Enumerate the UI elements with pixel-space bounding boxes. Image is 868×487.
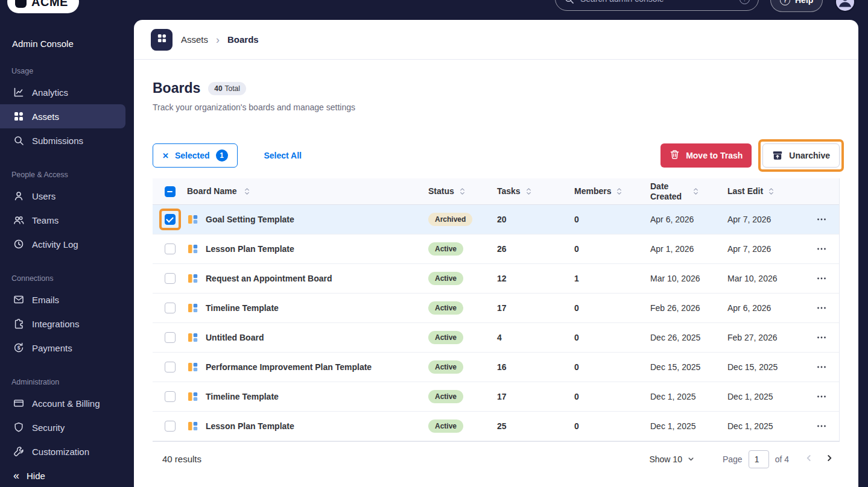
column-header-members[interactable]: Members <box>574 186 650 196</box>
avatar[interactable] <box>835 0 855 12</box>
sidebar-item-users[interactable]: Users <box>0 184 125 208</box>
row-menu-button[interactable] <box>814 418 829 434</box>
breadcrumb: Assets › Boards <box>181 34 259 45</box>
sidebar-item-label: Teams <box>32 215 59 225</box>
card-icon <box>13 398 24 409</box>
move-to-trash-button[interactable]: Move to Trash <box>661 143 752 168</box>
sidebar-item-security[interactable]: Security <box>0 415 125 439</box>
sidebar-item-activity-log[interactable]: Activity Log <box>0 232 125 256</box>
column-label: Board Name <box>187 186 236 196</box>
select-all-link[interactable]: Select All <box>264 151 302 160</box>
page-input[interactable] <box>749 450 769 468</box>
column-header-last-edit[interactable]: Last Edit <box>727 186 806 196</box>
checkbox-wrap <box>165 362 176 372</box>
chevron-right-icon <box>825 453 834 465</box>
row-checkbox[interactable] <box>165 391 176 402</box>
sidebar-item-teams[interactable]: Teams <box>0 208 125 232</box>
column-header-status[interactable]: Status <box>428 186 497 196</box>
sidebar-item-payments[interactable]: $Payments <box>0 336 125 360</box>
board-name[interactable]: Timeline Template <box>206 392 279 401</box>
board-name[interactable]: Lesson Plan Template <box>206 244 294 254</box>
row-menu-button[interactable] <box>814 300 829 316</box>
search-help-icon[interactable]: ? <box>740 0 750 4</box>
pagination: Show 10 Page of 4 <box>649 449 840 470</box>
clear-selection-button[interactable]: ✕ Selected 1 <box>153 143 238 168</box>
main-content: Assets › Boards Boards 40 Total Track yo… <box>134 20 858 487</box>
board-name[interactable]: Performance Improvement Plan Template <box>206 362 372 372</box>
sidebar-item-assets[interactable]: Assets <box>0 104 125 128</box>
svg-text:$: $ <box>17 345 21 351</box>
row-checkbox[interactable] <box>165 332 176 343</box>
sidebar-item-label: Payments <box>32 343 72 353</box>
row-checkbox[interactable] <box>165 362 176 372</box>
row-checkbox[interactable] <box>165 303 176 313</box>
sidebar-item-account-billing[interactable]: Account & Billing <box>0 391 125 415</box>
date-created-cell: Dec 1, 2025 <box>650 421 727 431</box>
tasks-cell: 25 <box>497 421 574 431</box>
total-suffix: Total <box>225 84 240 93</box>
next-page-button[interactable] <box>819 449 840 470</box>
row-actions-cell <box>806 271 837 286</box>
sidebar-item-label: Customization <box>32 447 89 457</box>
sidebar-section: AdministrationAccount & BillingSecurityC… <box>0 378 134 463</box>
board-name[interactable]: Untitled Board <box>206 333 264 342</box>
status-cell: Active <box>428 390 497 403</box>
row-menu-button[interactable] <box>814 271 829 286</box>
board-name-cell: Performance Improvement Plan Template <box>187 361 428 373</box>
row-checkbox[interactable] <box>165 214 176 225</box>
row-menu-button[interactable] <box>814 241 829 257</box>
row-menu-button[interactable] <box>814 359 829 375</box>
row-menu-button[interactable] <box>814 330 829 345</box>
sort-icon <box>692 187 700 195</box>
sidebar-title: Admin Console <box>12 39 134 49</box>
row-checkbox[interactable] <box>165 244 176 254</box>
sort-icon <box>525 187 533 195</box>
breadcrumb-boards: Boards <box>227 34 259 45</box>
show-per-page-select[interactable]: Show 10 <box>649 454 694 464</box>
date-created-cell: Dec 1, 2025 <box>650 392 727 401</box>
unarchive-label: Unarchive <box>789 151 830 160</box>
prev-page-button[interactable] <box>799 449 819 470</box>
table-row: Goal Setting TemplateArchived200Apr 6, 2… <box>153 205 839 234</box>
board-name[interactable]: Goal Setting Template <box>206 215 294 224</box>
sort-icon <box>243 187 251 195</box>
sort-icon <box>767 187 775 195</box>
unarchive-button[interactable]: Unarchive <box>762 143 840 168</box>
sidebar-item-label: Analytics <box>32 87 68 98</box>
board-name[interactable]: Request an Appointment Board <box>206 274 332 283</box>
row-checkbox[interactable] <box>165 273 176 284</box>
sidebar-item-customization[interactable]: Customization <box>0 439 125 463</box>
help-button[interactable]: ? Help <box>770 0 823 12</box>
status-cell: Active <box>428 419 497 433</box>
date-created-cell: Mar 10, 2026 <box>650 274 727 283</box>
column-header-date-created[interactable]: Date Created <box>650 181 727 201</box>
status-badge: Active <box>428 360 463 374</box>
board-name[interactable]: Timeline Template <box>206 303 279 313</box>
sidebar-item-analytics[interactable]: Analytics <box>0 80 125 104</box>
board-name[interactable]: Lesson Plan Template <box>206 421 294 431</box>
members-cell: 0 <box>574 215 650 224</box>
admin-search-input[interactable]: Search admin console ? <box>555 0 759 11</box>
column-header-board-name[interactable]: Board Name <box>187 186 428 196</box>
select-all-checkbox[interactable] <box>165 186 176 197</box>
board-name-cell: Timeline Template <box>187 302 428 314</box>
column-header-tasks[interactable]: Tasks <box>497 186 574 196</box>
sidebar-item-submissions[interactable]: Submissions <box>0 128 125 152</box>
sidebar-item-emails[interactable]: Emails <box>0 287 125 312</box>
sidebar-section: UsageAnalyticsAssetsSubmissions <box>0 67 134 152</box>
row-menu-button[interactable] <box>814 389 829 404</box>
sidebar-hide-button[interactable]: « Hide <box>13 470 45 481</box>
team-icon <box>13 215 24 225</box>
brand-logo[interactable]: ACME <box>7 0 79 13</box>
sidebar-item-label: Integrations <box>32 319 79 329</box>
last-edit-cell: Apr 7, 2026 <box>727 244 806 254</box>
clock-icon <box>13 239 24 250</box>
status-cell: Active <box>428 360 497 374</box>
breadcrumb-assets[interactable]: Assets <box>181 34 208 45</box>
row-menu-button[interactable] <box>814 212 829 227</box>
sidebar-item-integrations[interactable]: Integrations <box>0 312 125 336</box>
show-label: Show 10 <box>649 454 682 464</box>
date-created-cell: Feb 26, 2026 <box>650 303 727 313</box>
row-checkbox[interactable] <box>165 421 176 432</box>
members-cell: 0 <box>574 362 650 372</box>
